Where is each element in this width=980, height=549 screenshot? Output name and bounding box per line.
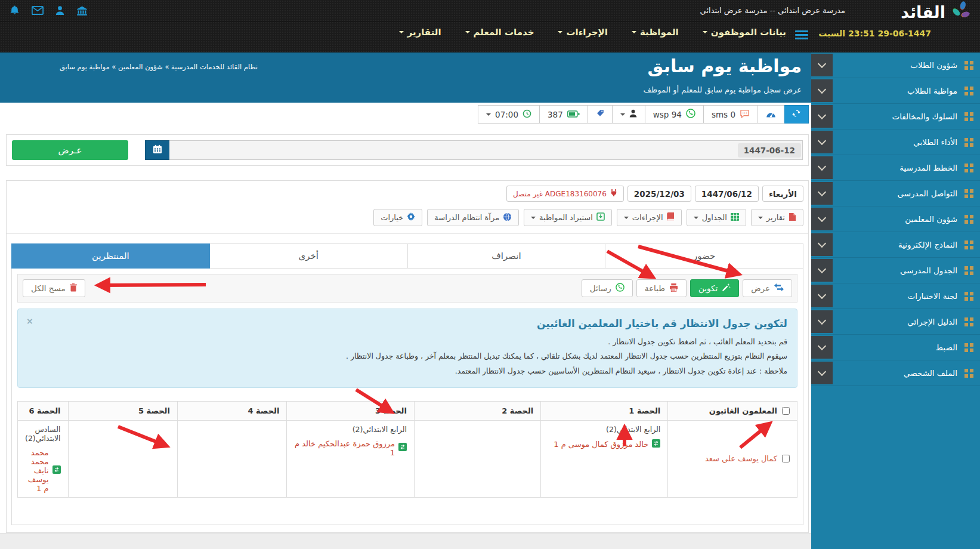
chevron-down-icon[interactable] bbox=[811, 131, 833, 153]
top-toolbar: sms 0 wsp 94 387 07:00 bbox=[0, 103, 811, 124]
chevron-down-icon[interactable] bbox=[811, 79, 833, 102]
attachment-button[interactable] bbox=[588, 105, 613, 124]
menu-icon[interactable] bbox=[795, 30, 808, 39]
nav-item-reports[interactable]: التقارير bbox=[399, 27, 441, 38]
chevron-down-icon[interactable] bbox=[811, 156, 833, 179]
whatsapp-icon bbox=[616, 283, 625, 294]
divider bbox=[7, 233, 808, 234]
clock-icon bbox=[523, 109, 531, 120]
weekday-box: الأربعاء bbox=[762, 186, 803, 202]
sidebar-item-teacher-affairs[interactable]: شؤون المعلمين bbox=[811, 206, 980, 232]
page-title: مواظبة يوم سابق bbox=[648, 55, 802, 76]
main-nav: بيانات الموظفون المواظبة الإجراءات خدمات… bbox=[399, 27, 786, 38]
bank-icon[interactable] bbox=[76, 5, 88, 16]
substitute-teacher-name[interactable]: مرزوق حمزة عبدالحكيم خالد م 1 bbox=[294, 439, 395, 457]
substitute-swap-icon[interactable] bbox=[398, 443, 407, 453]
tab-leave[interactable]: انصراف bbox=[407, 243, 606, 269]
notice-title: لتكوين جدول الانتظار قم باختيار المعلمين… bbox=[27, 317, 787, 329]
tab-other[interactable]: أخرى bbox=[209, 243, 408, 269]
substitute-swap-icon[interactable] bbox=[652, 439, 660, 449]
tab-attendance[interactable]: حضور bbox=[605, 243, 803, 269]
tab-content-waiting: عرض تكوين طباعة رسائل مسح الكل × لتكوين … bbox=[11, 269, 803, 525]
messages-waiting-button[interactable]: رسائل bbox=[582, 279, 633, 297]
sidebar-item-school-plans[interactable]: الخطط المدرسية bbox=[811, 155, 980, 181]
class-name: السادس الابتدائي(2) bbox=[25, 425, 61, 443]
view-button[interactable]: عـرض bbox=[12, 140, 128, 160]
nav-item-teacher-services[interactable]: خدمات المعلم bbox=[465, 27, 534, 38]
nav-item-procedures[interactable]: الإجراءات bbox=[558, 27, 607, 38]
column-period-5: الحصة 5 bbox=[68, 401, 177, 420]
study-mirror-button[interactable]: مرآة انتظام الدراسة bbox=[427, 209, 519, 226]
substitute-teacher-name[interactable]: محمد محمد نايف يوسف م 1 bbox=[25, 448, 49, 493]
app-name: القائد bbox=[901, 3, 945, 21]
user-menu-button[interactable] bbox=[612, 105, 645, 124]
sidebar-item-behavior[interactable]: السلوك والمخالفات bbox=[811, 104, 980, 129]
caret-down-icon bbox=[758, 217, 763, 219]
sidebar-item-exams-committee[interactable]: لجنة الاختبارات bbox=[811, 283, 980, 309]
bell-icon[interactable] bbox=[10, 5, 20, 16]
chevron-down-icon[interactable] bbox=[811, 259, 833, 282]
topbar-icon-group bbox=[10, 5, 88, 16]
sidebar: شؤون الطلاب مواظبة الطلاب السلوك والمخال… bbox=[811, 53, 980, 549]
teacher-row-checkbox[interactable] bbox=[782, 455, 790, 462]
grid-icon bbox=[964, 164, 968, 167]
trash-icon bbox=[70, 283, 77, 294]
top-bar-primary: مدرسة عرض ابتدائي -- مدرسة عرض ابتدائي ا… bbox=[0, 0, 980, 21]
substitute-swap-icon[interactable] bbox=[52, 465, 61, 476]
sidebar-item-eforms[interactable]: النماذج الإلكترونية bbox=[811, 232, 980, 258]
schedules-button[interactable]: الجداول bbox=[687, 209, 746, 226]
tab-waiting[interactable]: المنتظرين bbox=[11, 243, 210, 269]
user-icon[interactable] bbox=[55, 5, 64, 16]
chevron-down-icon[interactable] bbox=[811, 336, 833, 359]
sidebar-item-procedural-guide[interactable]: الدليل الإجرائي bbox=[811, 309, 980, 335]
chevron-down-icon[interactable] bbox=[811, 285, 833, 307]
chevron-down-icon[interactable] bbox=[811, 362, 833, 384]
options-button[interactable]: خيارات bbox=[373, 209, 422, 226]
sidebar-item-student-attendance[interactable]: مواظبة الطلاب bbox=[811, 78, 980, 104]
close-icon[interactable]: × bbox=[26, 316, 33, 326]
compose-waiting-button[interactable]: تكوين bbox=[690, 279, 739, 297]
logo-flower-icon bbox=[951, 1, 972, 23]
view-waiting-button[interactable]: عرض bbox=[743, 279, 792, 297]
date-input[interactable]: 1447-06-12 bbox=[169, 140, 803, 160]
chevron-down-icon[interactable] bbox=[811, 182, 833, 205]
select-all-checkbox[interactable] bbox=[782, 407, 790, 415]
nav-item-attendance[interactable]: المواظبة bbox=[632, 27, 679, 38]
dashboard-button[interactable] bbox=[758, 105, 784, 124]
import-attendance-button[interactable]: استيراد المواظبة bbox=[524, 209, 612, 226]
chat-icon bbox=[740, 109, 750, 120]
chevron-down-icon[interactable] bbox=[811, 54, 833, 76]
waiting-table: المعلمون الغائبون الحصة 1 الحصة 2 الحصة … bbox=[17, 401, 797, 498]
chevron-down-icon[interactable] bbox=[811, 208, 833, 230]
mail-icon[interactable] bbox=[32, 6, 44, 15]
sidebar-item-settings-control[interactable]: الضبط bbox=[811, 335, 980, 360]
chevron-down-icon[interactable] bbox=[811, 105, 833, 128]
breadcrumb[interactable]: نظام القائد للخدمات المدرسية » شؤون المع… bbox=[60, 63, 258, 71]
refresh-button[interactable] bbox=[784, 105, 809, 124]
period-4-cell bbox=[177, 420, 286, 497]
time-select-button[interactable]: 07:00 bbox=[478, 105, 540, 124]
waiting-toolbar-right-group: عرض تكوين طباعة رسائل bbox=[582, 279, 792, 297]
substitute-teacher-name[interactable]: خالد مرزوق كمال موسى م 1 bbox=[554, 440, 648, 449]
table-row: كمال يوسف علي سعد الرابع الابتدائي(2) خا… bbox=[18, 420, 797, 497]
sms-count-button[interactable]: sms 0 bbox=[703, 105, 758, 124]
sidebar-item-student-affairs[interactable]: شؤون الطلاب bbox=[811, 53, 980, 78]
whatsapp-count-button[interactable]: wsp 94 bbox=[645, 105, 704, 124]
sidebar-item-profile[interactable]: الملف الشخصي bbox=[811, 360, 980, 386]
sidebar-item-school-communication[interactable]: التواصل المدرسي bbox=[811, 181, 980, 206]
clear-all-button[interactable]: مسح الكل bbox=[23, 279, 85, 297]
reports-button[interactable]: تقارير bbox=[751, 209, 803, 226]
gauge-icon bbox=[766, 109, 776, 120]
wand-icon bbox=[722, 283, 731, 294]
page-subtitle: عرض سجل مواظبة يوم سابق للمعلم أو الموظف bbox=[644, 85, 802, 94]
chevron-down-icon[interactable] bbox=[811, 233, 833, 256]
sidebar-item-school-schedule[interactable]: الجدول المدرسي bbox=[811, 258, 980, 283]
print-waiting-button[interactable]: طباعة bbox=[636, 279, 687, 297]
battery-count-button[interactable]: 387 bbox=[539, 105, 588, 124]
chevron-down-icon[interactable] bbox=[811, 310, 833, 333]
period-5-cell bbox=[68, 420, 177, 497]
procedures-button[interactable]: الإجراءات bbox=[617, 209, 682, 226]
nav-item-employees-data[interactable]: بيانات الموظفون bbox=[703, 27, 786, 38]
sidebar-item-student-performance[interactable]: الأداء الطلابي bbox=[811, 129, 980, 155]
calendar-button[interactable] bbox=[145, 140, 169, 160]
